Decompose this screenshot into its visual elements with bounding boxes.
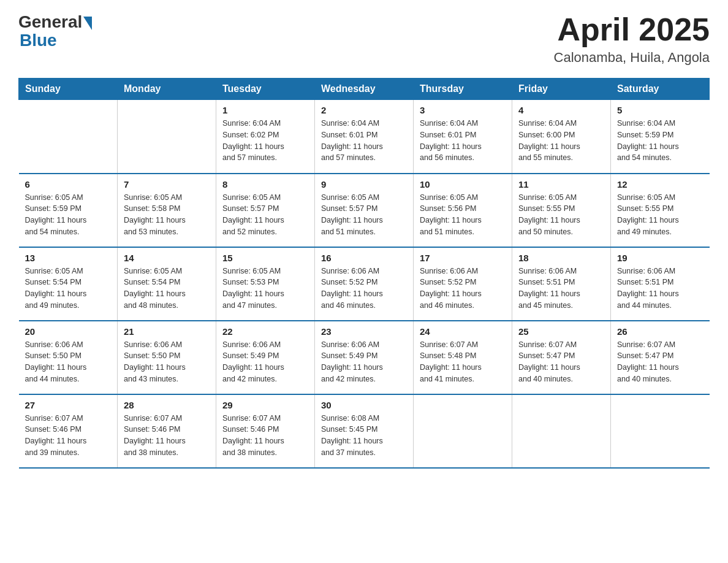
day-number: 26 (617, 326, 703, 337)
table-row (19, 100, 118, 174)
table-row: 20Sunrise: 6:06 AMSunset: 5:50 PMDayligh… (19, 321, 118, 394)
col-thursday: Thursday (414, 79, 512, 100)
day-number: 28 (124, 400, 210, 410)
table-row: 16Sunrise: 6:06 AMSunset: 5:52 PMDayligh… (315, 247, 414, 321)
day-number: 20 (25, 326, 112, 337)
day-number: 30 (321, 400, 407, 410)
col-wednesday: Wednesday (315, 79, 414, 100)
day-info: Sunrise: 6:04 AMSunset: 6:00 PMDaylight:… (518, 118, 604, 164)
day-info: Sunrise: 6:06 AMSunset: 5:49 PMDaylight:… (321, 339, 407, 385)
day-number: 29 (222, 400, 308, 410)
day-info: Sunrise: 6:05 AMSunset: 5:54 PMDaylight:… (124, 266, 210, 312)
day-number: 6 (25, 179, 112, 190)
day-number: 24 (420, 326, 506, 337)
table-row: 11Sunrise: 6:05 AMSunset: 5:55 PMDayligh… (512, 174, 611, 247)
calendar-header-row: Sunday Monday Tuesday Wednesday Thursday… (19, 79, 710, 100)
day-number: 1 (222, 105, 308, 115)
day-info: Sunrise: 6:07 AMSunset: 5:46 PMDaylight:… (124, 413, 210, 459)
table-row: 22Sunrise: 6:06 AMSunset: 5:49 PMDayligh… (216, 321, 315, 394)
day-info: Sunrise: 6:07 AMSunset: 5:47 PMDaylight:… (518, 339, 604, 385)
table-row: 4Sunrise: 6:04 AMSunset: 6:00 PMDaylight… (512, 100, 611, 174)
table-row (611, 394, 710, 468)
day-info: Sunrise: 6:05 AMSunset: 5:54 PMDaylight:… (25, 266, 112, 312)
day-info: Sunrise: 6:04 AMSunset: 6:01 PMDaylight:… (321, 118, 407, 164)
table-row: 17Sunrise: 6:06 AMSunset: 5:52 PMDayligh… (414, 247, 512, 321)
day-info: Sunrise: 6:04 AMSunset: 6:01 PMDaylight:… (420, 118, 506, 164)
day-info: Sunrise: 6:06 AMSunset: 5:50 PMDaylight:… (25, 339, 112, 385)
table-row: 1Sunrise: 6:04 AMSunset: 6:02 PMDaylight… (216, 100, 315, 174)
day-info: Sunrise: 6:06 AMSunset: 5:50 PMDaylight:… (124, 339, 210, 385)
day-number: 2 (321, 105, 407, 115)
title-block: April 2025 Calonamba, Huila, Angola (554, 12, 710, 66)
day-info: Sunrise: 6:07 AMSunset: 5:47 PMDaylight:… (617, 339, 703, 385)
day-number: 17 (420, 253, 506, 263)
day-info: Sunrise: 6:06 AMSunset: 5:51 PMDaylight:… (518, 266, 604, 312)
day-number: 7 (124, 179, 210, 190)
page-header: General Blue April 2025 Calonamba, Huila… (18, 12, 710, 66)
day-info: Sunrise: 6:05 AMSunset: 5:59 PMDaylight:… (25, 192, 112, 238)
col-friday: Friday (512, 79, 611, 100)
day-number: 27 (25, 400, 112, 410)
day-number: 13 (25, 253, 112, 263)
table-row: 18Sunrise: 6:06 AMSunset: 5:51 PMDayligh… (512, 247, 611, 321)
table-row: 26Sunrise: 6:07 AMSunset: 5:47 PMDayligh… (611, 321, 710, 394)
calendar-week-row: 1Sunrise: 6:04 AMSunset: 6:02 PMDaylight… (19, 100, 710, 174)
day-number: 5 (617, 105, 703, 115)
day-info: Sunrise: 6:07 AMSunset: 5:46 PMDaylight:… (25, 413, 112, 459)
day-info: Sunrise: 6:04 AMSunset: 6:02 PMDaylight:… (222, 118, 308, 164)
table-row (414, 394, 512, 468)
logo: General Blue (18, 12, 92, 50)
day-info: Sunrise: 6:08 AMSunset: 5:45 PMDaylight:… (321, 413, 407, 459)
day-number: 15 (222, 253, 308, 263)
table-row: 15Sunrise: 6:05 AMSunset: 5:53 PMDayligh… (216, 247, 315, 321)
day-number: 22 (222, 326, 308, 337)
day-number: 14 (124, 253, 210, 263)
table-row (118, 100, 216, 174)
day-number: 18 (518, 253, 604, 263)
table-row: 24Sunrise: 6:07 AMSunset: 5:48 PMDayligh… (414, 321, 512, 394)
day-info: Sunrise: 6:07 AMSunset: 5:46 PMDaylight:… (222, 413, 308, 459)
day-info: Sunrise: 6:05 AMSunset: 5:53 PMDaylight:… (222, 266, 308, 312)
day-number: 11 (518, 179, 604, 190)
table-row: 14Sunrise: 6:05 AMSunset: 5:54 PMDayligh… (118, 247, 216, 321)
table-row: 3Sunrise: 6:04 AMSunset: 6:01 PMDaylight… (414, 100, 512, 174)
location-title: Calonamba, Huila, Angola (554, 50, 710, 66)
calendar-week-row: 6Sunrise: 6:05 AMSunset: 5:59 PMDaylight… (19, 174, 710, 247)
day-number: 25 (518, 326, 604, 337)
calendar-table: Sunday Monday Tuesday Wednesday Thursday… (18, 78, 710, 469)
col-tuesday: Tuesday (216, 79, 315, 100)
day-number: 10 (420, 179, 506, 190)
calendar-week-row: 20Sunrise: 6:06 AMSunset: 5:50 PMDayligh… (19, 321, 710, 394)
table-row: 13Sunrise: 6:05 AMSunset: 5:54 PMDayligh… (19, 247, 118, 321)
table-row (512, 394, 611, 468)
day-number: 4 (518, 105, 604, 115)
day-info: Sunrise: 6:06 AMSunset: 5:49 PMDaylight:… (222, 339, 308, 385)
table-row: 6Sunrise: 6:05 AMSunset: 5:59 PMDaylight… (19, 174, 118, 247)
month-title: April 2025 (554, 12, 710, 47)
col-saturday: Saturday (611, 79, 710, 100)
table-row: 9Sunrise: 6:05 AMSunset: 5:57 PMDaylight… (315, 174, 414, 247)
day-number: 3 (420, 105, 506, 115)
table-row: 25Sunrise: 6:07 AMSunset: 5:47 PMDayligh… (512, 321, 611, 394)
col-monday: Monday (118, 79, 216, 100)
day-info: Sunrise: 6:06 AMSunset: 5:52 PMDaylight:… (420, 266, 506, 312)
day-info: Sunrise: 6:05 AMSunset: 5:58 PMDaylight:… (124, 192, 210, 238)
table-row: 5Sunrise: 6:04 AMSunset: 5:59 PMDaylight… (611, 100, 710, 174)
day-info: Sunrise: 6:05 AMSunset: 5:56 PMDaylight:… (420, 192, 506, 238)
table-row: 12Sunrise: 6:05 AMSunset: 5:55 PMDayligh… (611, 174, 710, 247)
logo-general-text: General (18, 12, 82, 32)
day-number: 21 (124, 326, 210, 337)
table-row: 8Sunrise: 6:05 AMSunset: 5:57 PMDaylight… (216, 174, 315, 247)
day-number: 12 (617, 179, 703, 190)
calendar-week-row: 13Sunrise: 6:05 AMSunset: 5:54 PMDayligh… (19, 247, 710, 321)
logo-triangle-icon (83, 17, 92, 30)
table-row: 29Sunrise: 6:07 AMSunset: 5:46 PMDayligh… (216, 394, 315, 468)
day-number: 23 (321, 326, 407, 337)
table-row: 7Sunrise: 6:05 AMSunset: 5:58 PMDaylight… (118, 174, 216, 247)
day-number: 8 (222, 179, 308, 190)
day-info: Sunrise: 6:05 AMSunset: 5:55 PMDaylight:… (617, 192, 703, 238)
col-sunday: Sunday (19, 79, 118, 100)
day-info: Sunrise: 6:06 AMSunset: 5:52 PMDaylight:… (321, 266, 407, 312)
table-row: 27Sunrise: 6:07 AMSunset: 5:46 PMDayligh… (19, 394, 118, 468)
table-row: 2Sunrise: 6:04 AMSunset: 6:01 PMDaylight… (315, 100, 414, 174)
